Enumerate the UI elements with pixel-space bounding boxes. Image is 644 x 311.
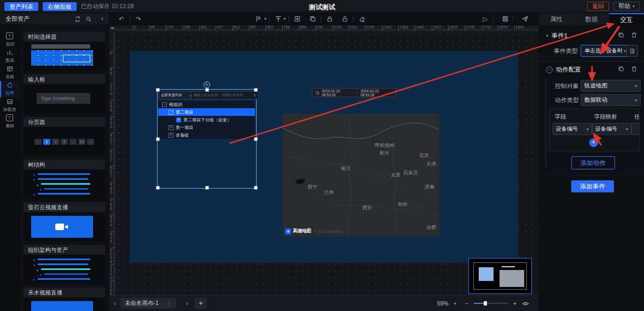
- chevron-down-icon[interactable]: ▾: [454, 301, 456, 306]
- help-button[interactable]: 帮助 ▾: [613, 2, 640, 11]
- event-code-button[interactable]: [626, 45, 638, 57]
- zoom-slider[interactable]: [474, 303, 508, 304]
- rotate-handle[interactable]: ↻: [204, 81, 210, 88]
- delete-event-icon[interactable]: [629, 30, 639, 40]
- asset-card-pager[interactable]: 分页器 ‹123…10›: [24, 117, 105, 156]
- next-canvas-icon[interactable]: ›: [186, 300, 188, 307]
- group-icon[interactable]: [292, 14, 303, 24]
- tree-widget-search[interactable]: 请输入设备名称、场景名称查询: [191, 91, 259, 99]
- image-icon: [7, 98, 13, 105]
- tab-data[interactable]: 数据: [574, 13, 609, 25]
- card-title: 树结构: [24, 160, 105, 169]
- resize-handle-se[interactable]: [254, 186, 258, 190]
- date-range-picker[interactable]: 2024-02-23 08:53:28 ~ 2024-02-23 08:53:2…: [312, 88, 396, 97]
- align-vertical-caret-icon[interactable]: ▾: [283, 16, 286, 21]
- prev-canvas-icon[interactable]: ‹: [114, 300, 116, 307]
- rail-item-tables[interactable]: 表格: [0, 64, 19, 81]
- add-event-button[interactable]: 添加事件: [571, 180, 614, 192]
- mapping-header-field: 字段: [555, 113, 566, 121]
- action-type-dropdown[interactable]: 数据联动 ▾: [581, 94, 641, 106]
- redo-icon[interactable]: ↷: [133, 14, 144, 24]
- align-horizontal-icon[interactable]: [253, 14, 264, 24]
- chevron-down-icon[interactable]: ▾: [546, 33, 548, 38]
- resize-handle-nw[interactable]: [156, 88, 160, 92]
- preview-icon[interactable]: ▷: [480, 14, 491, 24]
- zoom-in-button[interactable]: +: [513, 300, 517, 307]
- rail-item-basic[interactable]: T 基础: [0, 32, 19, 48]
- mapping-header-extra: 任: [634, 113, 640, 121]
- rail-item-charts[interactable]: 图表: [0, 48, 19, 64]
- toolbar-divider: [493, 16, 494, 22]
- asset-card-ezviz-video[interactable]: 萤石云视频直播: [24, 202, 105, 242]
- align-horizontal-caret-icon[interactable]: ▾: [264, 16, 266, 21]
- lock-icon[interactable]: [324, 14, 335, 24]
- add-canvas-button[interactable]: +: [195, 298, 207, 309]
- minimap[interactable]: [468, 258, 532, 294]
- back-button[interactable]: 返回: [587, 2, 609, 11]
- eye-icon[interactable]: [110, 26, 115, 31]
- workspace[interactable]: ↻ 全部资源列表 ▾ 请输入设备名称、场景名称查询 − 根组织 − 第二项目: [115, 31, 539, 295]
- rail-item-materials[interactable]: T 素材: [0, 114, 19, 130]
- tree-node[interactable]: ✓ 第二项目下分组（嵌套）: [158, 116, 255, 124]
- map-label: 西安: [362, 204, 372, 212]
- asset-card-tree[interactable]: 树结构 ▾ ▾ ▴ ▾ ▾: [24, 160, 105, 199]
- unlock-icon[interactable]: [339, 14, 350, 24]
- resize-handle-n[interactable]: [205, 88, 209, 92]
- event-type-dropdown[interactable]: 单击选中设备时 ▾: [581, 45, 630, 57]
- extra-dropdown[interactable]: [631, 123, 640, 135]
- rail-item-loaders[interactable]: 加载器: [0, 97, 19, 114]
- tree-widget-list: − 根组织 − 第二项目 ✓ 第二项目下分组（嵌套） + 第一项目 + 设备: [158, 101, 255, 139]
- copy-icon[interactable]: [307, 14, 318, 24]
- save-icon[interactable]: [500, 14, 510, 24]
- resize-handle-ne[interactable]: [254, 88, 258, 92]
- map-label: 北京: [419, 152, 429, 159]
- publish-icon[interactable]: [519, 14, 530, 24]
- toolbar-divider: [130, 16, 130, 22]
- zoom-controls: 59% ▾ − +: [437, 298, 529, 309]
- add-mapping-button[interactable]: +: [589, 138, 598, 147]
- eye-icon[interactable]: [522, 300, 529, 307]
- control-object-dropdown[interactable]: 轨迹地图 ▾: [581, 80, 641, 92]
- resize-handle-w[interactable]: [156, 137, 160, 141]
- kebab-icon[interactable]: ⋮: [166, 300, 172, 307]
- zoom-percent[interactable]: 59%: [437, 300, 449, 307]
- collapse-panel-icon[interactable]: ‹: [101, 15, 103, 22]
- asset-card-input[interactable]: 输入框 Type Something: [24, 74, 105, 114]
- card-title: 时间选择器: [24, 32, 105, 42]
- tree-node[interactable]: + 设备组: [158, 131, 255, 139]
- pager-preview: ‹123…10›: [24, 127, 105, 156]
- interaction-panel: ▾ 事件1 事件类型 单击选中设备时 ▾ − 动作配置 控制对象 轨迹地图: [539, 25, 644, 311]
- eraser-icon[interactable]: [356, 14, 367, 24]
- map-widget[interactable]: 呼和浩特 黄河 北京 天津 银川 太原 石家庄 济南 西宁 兰州 西安 郑州 合…: [283, 114, 439, 237]
- tree-node[interactable]: + 第一项目: [158, 124, 255, 131]
- resize-handle-s[interactable]: [205, 186, 209, 190]
- delete-action-icon[interactable]: [629, 64, 639, 74]
- asset-card-timepicker[interactable]: 时间选择器: [24, 32, 105, 71]
- rail-item-controls[interactable]: 控件: [0, 81, 19, 97]
- add-action-button[interactable]: 添加动作: [571, 156, 615, 169]
- tree-node-selected[interactable]: − 第二项目: [158, 108, 255, 116]
- field-dropdown[interactable]: 设备编号 ▾: [553, 123, 592, 135]
- asset-card-org-assets[interactable]: 组织架构与资产 ▾ ▾ ▴ ▾ ▾: [24, 245, 105, 284]
- zoom-out-button[interactable]: −: [465, 300, 468, 307]
- app-root: 资产列表 右侧面板 已自动保存 10:13:28 测试测试 返回 帮助 ▾ 全部…: [0, 0, 644, 311]
- align-vertical-icon[interactable]: [272, 14, 283, 24]
- event-title: 事件1: [552, 32, 567, 40]
- tree-widget[interactable]: ↻ 全部资源列表 ▾ 请输入设备名称、场景名称查询 − 根组织 − 第二项目: [157, 89, 257, 189]
- asset-card-hemu-video[interactable]: 禾木视频直播: [24, 287, 105, 311]
- tree-node[interactable]: − 根组织: [158, 101, 255, 108]
- copy-action-icon[interactable]: [616, 64, 626, 74]
- undo-icon[interactable]: ↶: [116, 14, 127, 24]
- tab-interaction[interactable]: 交互: [609, 13, 644, 25]
- mapping-dropdown[interactable]: 设备编号 ▾: [592, 123, 631, 135]
- copy-event-icon[interactable]: [616, 30, 626, 40]
- tree-widget-dropdown[interactable]: 全部资源列表 ▾: [159, 91, 194, 99]
- swap-view-icon[interactable]: [73, 14, 83, 24]
- search-icon[interactable]: [84, 14, 94, 24]
- tab-properties[interactable]: 属性: [539, 13, 574, 25]
- canvas-tab[interactable]: 未命名画布-1 ⋮: [120, 298, 176, 309]
- card-title: 分页器: [24, 117, 105, 127]
- collapse-section-icon[interactable]: −: [546, 67, 553, 73]
- resize-handle-e[interactable]: [254, 137, 258, 141]
- resize-handle-sw[interactable]: [156, 186, 160, 190]
